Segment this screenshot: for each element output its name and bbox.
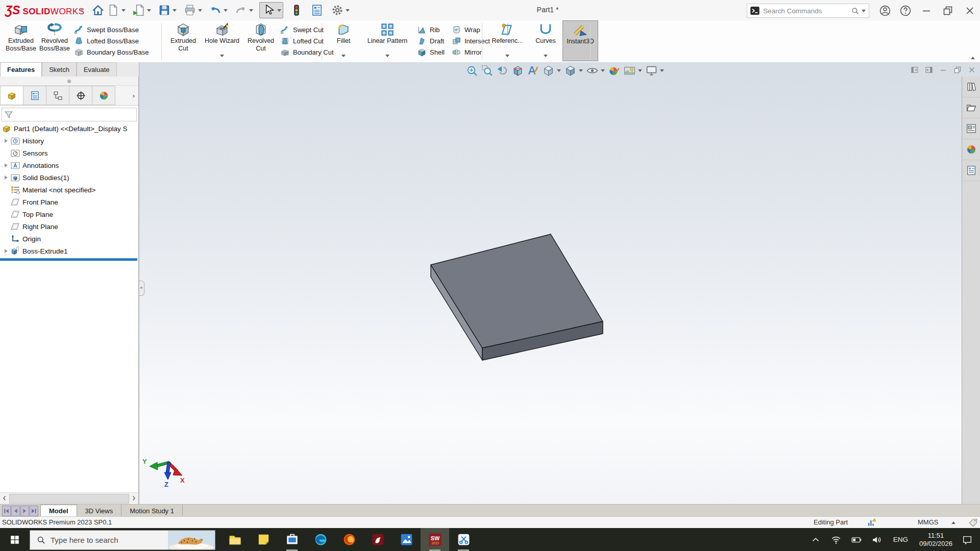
propertymanager-tab[interactable] — [23, 86, 46, 105]
lofted-boss-base-button[interactable]: Lofted Boss/Base — [74, 35, 149, 46]
login-person-icon[interactable] — [879, 5, 891, 17]
options-caret[interactable] — [346, 9, 350, 12]
close-icon[interactable] — [964, 5, 976, 17]
view-palette-button[interactable] — [962, 118, 980, 139]
last-tab-icon[interactable] — [30, 506, 38, 516]
rollback-bar[interactable] — [0, 258, 137, 261]
wrap-button[interactable]: Wrap — [452, 24, 490, 35]
first-tab-icon[interactable] — [2, 506, 11, 516]
performance-feedback-icon[interactable] — [867, 517, 877, 528]
unit-system-text[interactable]: MMGS — [918, 518, 938, 526]
search-highlight-cheetah-image[interactable] — [168, 531, 215, 549]
taskbar-snipping-tool[interactable] — [449, 528, 478, 551]
tree-item-origin[interactable]: Origin — [0, 233, 138, 245]
rib-button[interactable]: Rib — [417, 24, 445, 35]
redo-caret[interactable] — [249, 9, 253, 12]
taskbar-edge[interactable] — [306, 528, 335, 551]
taskbar-firefox[interactable] — [335, 528, 363, 551]
select-tool-button[interactable] — [259, 2, 283, 18]
expand-arrow-icon[interactable] — [5, 163, 8, 167]
scrollbar-thumb[interactable] — [9, 494, 129, 504]
swept-cut-button[interactable]: Swept Cut — [280, 24, 334, 35]
tree-item-annotations[interactable]: Annotations — [0, 159, 138, 171]
magnifier-icon[interactable] — [851, 7, 860, 15]
taskbar-file-explorer[interactable] — [220, 528, 249, 551]
design-library-button[interactable] — [962, 77, 980, 97]
taskbar-sticky-notes[interactable] — [249, 528, 278, 551]
open-document-icon[interactable] — [132, 3, 146, 17]
tab-features[interactable]: Features — [0, 62, 42, 77]
expand-arrow-icon[interactable] — [5, 249, 8, 253]
extruded-boss-base-button[interactable]: Extruded Boss/Base — [4, 20, 38, 61]
language-indicator[interactable]: ENG — [893, 536, 908, 543]
taskbar-store-app[interactable] — [278, 528, 306, 551]
options-gear-icon[interactable] — [330, 3, 345, 17]
previous-tab-icon[interactable] — [11, 506, 20, 516]
battery-icon[interactable] — [851, 534, 862, 545]
tab-3d-views[interactable]: 3D Views — [77, 505, 122, 517]
panel-splitter-handle[interactable] — [139, 281, 144, 296]
tree-item-front-plane[interactable]: Front Plane — [0, 196, 138, 208]
custom-properties-button[interactable] — [962, 160, 980, 181]
minimize-icon[interactable] — [920, 5, 933, 17]
print-caret[interactable] — [198, 9, 202, 12]
restore-icon[interactable] — [942, 5, 954, 17]
tab-sketch[interactable]: Sketch — [42, 62, 77, 77]
fillet-caret[interactable] — [341, 55, 346, 57]
instant3d-button[interactable]: Instant3D — [562, 20, 598, 61]
curves-button[interactable]: Curves — [529, 20, 562, 61]
panel-splitter-bar[interactable] — [0, 77, 138, 86]
undo-caret[interactable] — [224, 9, 228, 12]
linear-pattern-caret[interactable] — [385, 55, 389, 57]
next-tab-icon[interactable] — [20, 506, 29, 516]
revolved-boss-base-button[interactable]: Revolved Boss/Base — [38, 20, 71, 61]
expand-arrow-icon[interactable] — [5, 176, 8, 180]
tab-model[interactable]: Model — [40, 505, 77, 517]
save-caret[interactable] — [173, 9, 177, 12]
tree-item-sensors[interactable]: Sensors — [0, 147, 138, 159]
tree-item-top-plane[interactable]: Top Plane — [0, 208, 138, 220]
tab-evaluate[interactable]: Evaluate — [77, 62, 117, 77]
clock[interactable]: 11:51 09/02/2026 — [919, 532, 952, 548]
help-icon[interactable] — [899, 5, 912, 17]
start-button[interactable] — [0, 528, 30, 551]
graphics-area[interactable]: Y X Z — [139, 62, 980, 504]
displaymanager-tab[interactable] — [92, 86, 115, 105]
taskbar-search-box[interactable]: Type here to search — [30, 530, 215, 550]
hidden-icons-chevron-icon[interactable] — [810, 534, 821, 545]
model-plate[interactable] — [139, 62, 980, 504]
appearances-scenes-button[interactable] — [962, 139, 980, 160]
ribbon-collapse-icon[interactable] — [971, 57, 975, 59]
scroll-right-icon[interactable] — [130, 494, 138, 503]
tree-filter-box[interactable] — [2, 108, 137, 121]
wifi-icon[interactable] — [830, 534, 842, 545]
undo-icon[interactable] — [208, 3, 223, 17]
menu-expand-icon[interactable] — [81, 8, 84, 12]
home-icon[interactable] — [91, 3, 105, 17]
tags-icon[interactable] — [968, 517, 978, 528]
fm-tabs-overflow[interactable]: › — [133, 86, 138, 105]
volume-icon[interactable] — [871, 534, 883, 545]
hole-wizard-caret[interactable] — [220, 55, 224, 57]
curves-caret[interactable] — [544, 55, 548, 57]
tree-horizontal-scrollbar[interactable] — [0, 492, 138, 504]
fillet-button[interactable]: Fillet — [327, 20, 360, 61]
tab-motion-study-1[interactable]: Motion Study 1 — [121, 505, 183, 517]
redo-icon[interactable] — [234, 3, 248, 17]
dimxpertmanager-tab[interactable] — [69, 86, 92, 105]
tree-item-boss-extrude1[interactable]: Boss-Extrude1 — [0, 245, 138, 257]
open-document-caret[interactable] — [147, 9, 151, 12]
extruded-cut-button[interactable]: Extruded Cut — [166, 20, 200, 61]
shell-button[interactable]: Shell — [417, 46, 445, 58]
rebuild-traffic-light-icon[interactable] — [289, 3, 304, 17]
taskbar-solidworks[interactable]: SW2023 — [421, 528, 449, 551]
boundary-boss-base-button[interactable]: Boundary Boss/Base — [74, 46, 149, 58]
intersect-button[interactable]: Intersect — [452, 35, 490, 46]
draft-button[interactable]: Draft — [417, 35, 445, 46]
boundary-cut-button[interactable]: Boundary Cut — [280, 46, 334, 58]
new-document-caret[interactable] — [121, 9, 126, 12]
file-properties-icon[interactable] — [310, 3, 324, 17]
scroll-left-icon[interactable] — [1, 494, 9, 503]
linear-pattern-button[interactable]: Linear Pattern — [360, 20, 414, 61]
taskbar-photos[interactable] — [392, 528, 421, 551]
